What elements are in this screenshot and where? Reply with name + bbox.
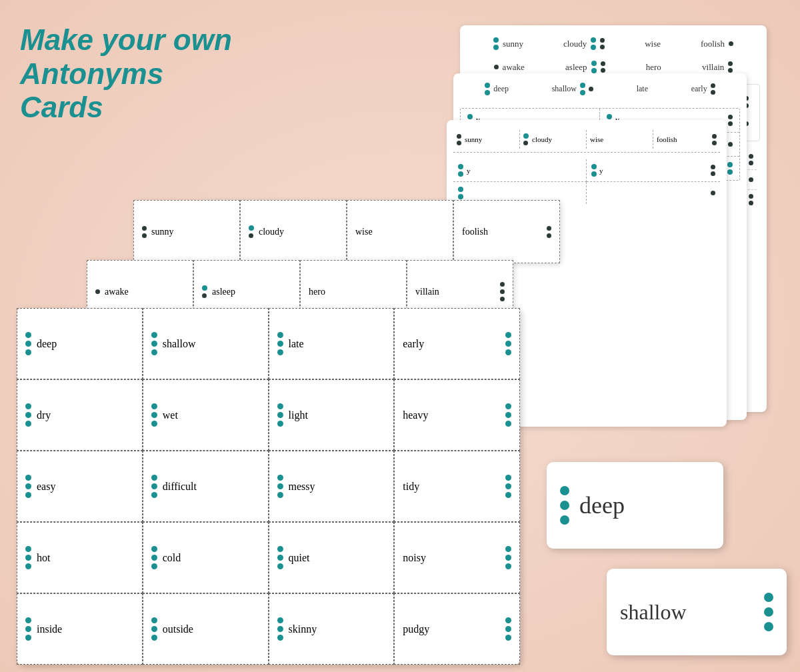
cell-noisy: noisy bbox=[394, 522, 520, 593]
cell-tidy: tidy bbox=[394, 451, 520, 522]
top-row-card: sunny cloudy wise foolish bbox=[133, 200, 560, 263]
cell-difficult: difficult bbox=[143, 451, 269, 522]
flashcard-shallow: shallow bbox=[607, 569, 787, 655]
back-word: cloudy bbox=[563, 39, 587, 49]
flashcard-deep: deep bbox=[547, 462, 723, 549]
cell-late: late bbox=[269, 308, 395, 379]
cell-cold: cold bbox=[143, 522, 269, 593]
cell-quiet: quiet bbox=[269, 522, 395, 593]
cell-skinny: skinny bbox=[269, 593, 395, 665]
back-word: sunny bbox=[503, 39, 523, 49]
cell-pudgy: pudgy bbox=[394, 593, 520, 665]
cell-hot: hot bbox=[17, 522, 143, 593]
main-card: deep shallow late early dry wet light he… bbox=[17, 308, 520, 665]
cell-easy: easy bbox=[17, 451, 143, 522]
page-title: Make your own Antonyms Cards bbox=[20, 23, 232, 125]
cell-shallow: shallow bbox=[143, 308, 269, 379]
cell-inside: inside bbox=[17, 593, 143, 665]
cell-messy: messy bbox=[269, 451, 395, 522]
cell-deep: deep bbox=[17, 308, 143, 379]
cell-heavy: heavy bbox=[394, 379, 520, 451]
cell-early: early bbox=[394, 308, 520, 379]
cell-wet: wet bbox=[143, 379, 269, 451]
cell-outside: outside bbox=[143, 593, 269, 665]
cell-dry: dry bbox=[17, 379, 143, 451]
cell-light: light bbox=[269, 379, 395, 451]
back-word: wise bbox=[645, 39, 661, 49]
back-word: foolish bbox=[701, 39, 725, 49]
